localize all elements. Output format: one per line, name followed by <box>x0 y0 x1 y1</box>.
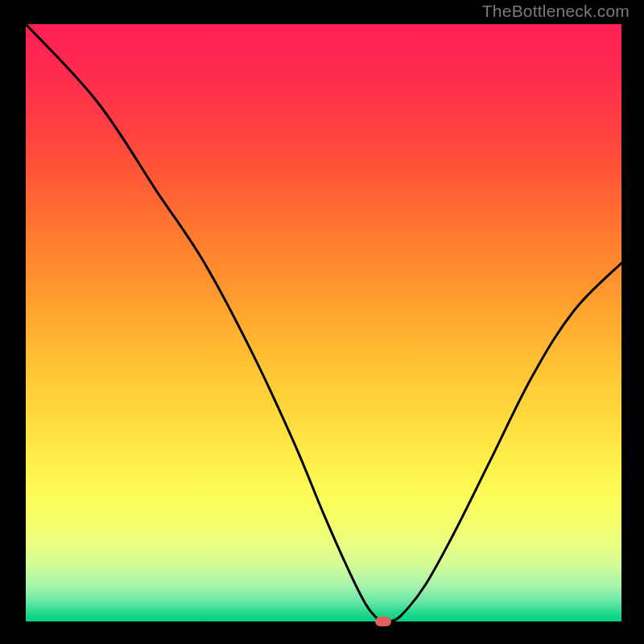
bottleneck-curve <box>26 24 621 621</box>
plot-area <box>26 24 621 621</box>
optimal-point-marker <box>375 617 391 626</box>
chart-frame: TheBottleneck.com <box>0 0 644 644</box>
watermark-text: TheBottleneck.com <box>482 2 630 21</box>
